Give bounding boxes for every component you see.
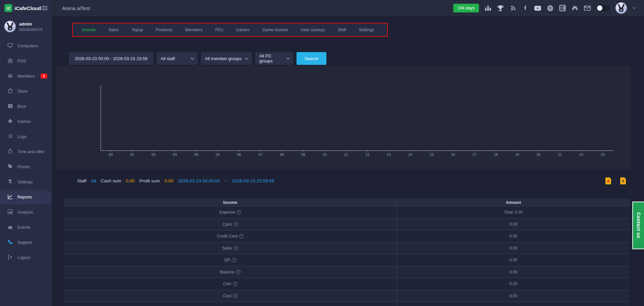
sidebar-item-logout[interactable]: Logout (0, 250, 52, 265)
tab-pcs[interactable]: PCs (209, 28, 230, 32)
sidebar-item-time-and-offer[interactable]: Time and offer (0, 144, 52, 159)
member-groups-select[interactable]: All member groups (201, 52, 252, 65)
avatar: ★ (4, 21, 16, 32)
icafe-logo-icon[interactable] (559, 5, 566, 11)
x-tick-label: 09 (301, 152, 305, 157)
column-amount: Amount (397, 199, 630, 206)
sidebar-item-store[interactable]: Store (0, 84, 52, 99)
cash-sum-value: 0.00 (126, 178, 135, 183)
x-tick (239, 150, 239, 152)
tab-user-surveys[interactable]: User surveys (294, 28, 331, 32)
x-tick (260, 150, 261, 152)
sidebar-item-members[interactable]: Members 1 (0, 69, 52, 84)
table-row-cash: Cash? 0.00 (64, 219, 630, 231)
rss-icon[interactable] (509, 5, 516, 11)
search-button[interactable]: Search (297, 52, 326, 65)
facebook-icon[interactable]: f (522, 5, 529, 11)
period-start: 2026-03-23 00:00:00 (178, 178, 220, 183)
sidebar-item-reports[interactable]: Reports (0, 189, 52, 205)
ranking-icon[interactable] (485, 5, 491, 11)
sidebar-item-support[interactable]: Support (0, 235, 52, 250)
trophy-icon[interactable] (497, 5, 504, 11)
pc-groups-select[interactable]: All PC groups (255, 52, 293, 65)
tab-sales[interactable]: Sales (102, 28, 125, 32)
tab-products[interactable]: Products (149, 28, 178, 32)
x-tick-label: 23 (601, 152, 605, 157)
dark-mode-toggle[interactable] (596, 5, 610, 11)
staff-value-link[interactable]: All (91, 178, 96, 183)
sidebar-item-logs[interactable]: Logs (0, 129, 52, 144)
chevron-down-icon[interactable] (633, 6, 636, 9)
help-icon[interactable]: ? (239, 234, 244, 238)
chevron-down-icon (191, 56, 194, 60)
x-tick-label: 15 (430, 152, 434, 157)
user-id: 005193482475 (19, 28, 43, 32)
period-end: 2026-03-23 23:59:59 (232, 178, 274, 183)
x-tick-label: 21 (558, 152, 562, 157)
tab-game-license[interactable]: Game license (256, 28, 294, 32)
globe-icon[interactable] (547, 5, 553, 11)
license-days-button[interactable]: 194 days (453, 4, 479, 12)
phone-icon (7, 239, 13, 246)
toggle-knob (597, 5, 602, 11)
staff-label: Staff (77, 178, 87, 183)
x-tick-label: 20 (536, 152, 540, 157)
sidebar-item-promo[interactable]: Promo (0, 159, 52, 174)
help-icon[interactable]: ? (236, 270, 240, 274)
shopping-bag-icon (7, 88, 13, 95)
chart-y-axis (101, 85, 101, 150)
date-range-input[interactable]: 2026-03-23 00:00 - 2026-03-23 23:59 (69, 52, 153, 65)
help-icon[interactable]: ? (234, 246, 238, 250)
user-block[interactable]: ★ admin 005193482475 (0, 16, 52, 36)
x-tick (453, 150, 453, 152)
help-icon[interactable]: ? (233, 294, 237, 298)
x-tick-label: 16 (451, 152, 455, 157)
tab-topup[interactable]: Topup (125, 28, 149, 32)
users-icon (7, 73, 13, 80)
tag-icon (7, 164, 13, 170)
x-tick-label: 17 (472, 152, 476, 157)
sidebar-item-pos[interactable]: POS (0, 53, 52, 69)
contact-us-button[interactable]: Contact us (632, 202, 644, 249)
help-icon[interactable]: ? (232, 258, 236, 262)
help-icon[interactable]: ? (237, 210, 241, 215)
x-tick-label: 11 (344, 152, 348, 157)
chevron-down-icon (245, 56, 249, 60)
sidebar-item-computers[interactable]: Computers (0, 38, 52, 53)
x-tick-label: 13 (387, 152, 391, 157)
members-badge: 1 (41, 74, 47, 79)
sidebar-item-analysis[interactable]: Analysis (0, 205, 52, 220)
x-tick (560, 150, 560, 152)
tab-settings[interactable]: Settings (353, 28, 380, 32)
sidebar: i2 iCafeCloud ★ admin 005193482475 Compu… (0, 0, 52, 306)
crown-icon (7, 224, 13, 231)
x-tick (410, 150, 411, 152)
x-tick-label: 00 (109, 152, 113, 157)
app-logo[interactable]: i2 iCafeCloud (4, 4, 41, 12)
sidebar-item-games[interactable]: Games (0, 114, 52, 129)
help-icon[interactable]: ? (233, 282, 237, 286)
tab-games[interactable]: Games (229, 28, 256, 32)
table-row-balance: Balance? 0.00 (64, 266, 630, 278)
tab-members[interactable]: Members (179, 28, 209, 32)
menu-toggle-icon[interactable] (42, 5, 48, 11)
help-icon[interactable]: ? (233, 222, 238, 226)
tab-income[interactable]: Income (75, 28, 102, 32)
tab-shift[interactable]: Shift (331, 28, 353, 32)
staff-select[interactable]: All staff (157, 52, 198, 65)
sidebar-item-boot[interactable]: Boot (0, 99, 52, 114)
profit-sum-label: Profit sum (140, 178, 160, 183)
report-tabs-annotation-box: Income Sales Topup Products Members PCs … (72, 23, 388, 37)
export-pdf-icon[interactable]: A (605, 177, 611, 184)
sidebar-item-events[interactable]: Events (0, 220, 52, 235)
x-tick (496, 150, 496, 152)
stack-icon[interactable] (572, 5, 578, 11)
youtube-icon[interactable] (534, 5, 541, 11)
x-tick (196, 150, 197, 152)
cash-sum-label: Cash sum (101, 178, 121, 183)
sidebar-item-settings[interactable]: Settings (0, 174, 52, 189)
x-tick-label: 14 (408, 152, 412, 157)
user-avatar[interactable]: ★ (615, 2, 627, 14)
mail-icon[interactable] (584, 5, 591, 11)
export-excel-icon[interactable]: X (620, 177, 626, 184)
